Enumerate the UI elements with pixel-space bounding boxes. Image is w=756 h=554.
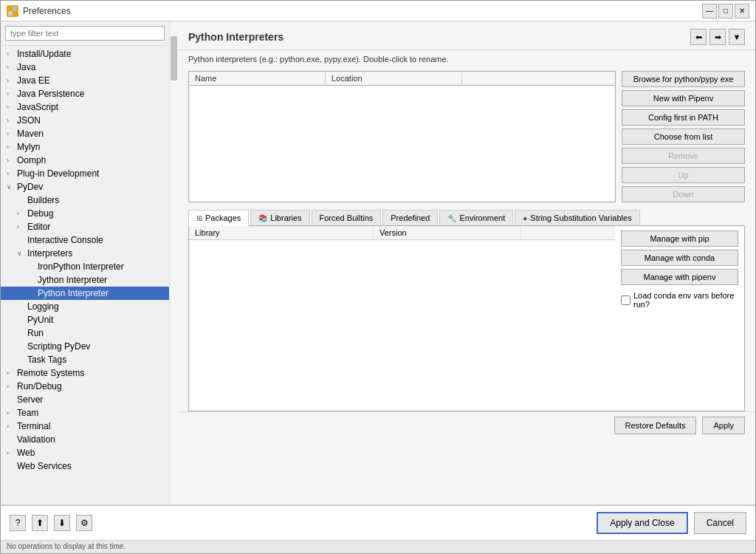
bottom-bar: Restore Defaults Apply (178, 411, 755, 439)
interpreters-table: Name Location (188, 71, 616, 202)
sidebar-item-scripting-pydev[interactable]: Scripting PyDev (1, 340, 169, 353)
sidebar-item-remote-systems[interactable]: ›Remote Systems (1, 366, 169, 380)
up-button[interactable]: Up (622, 167, 745, 183)
sidebar-item-run[interactable]: Run (1, 326, 169, 340)
panel-description: Python interpreters (e.g.: python.exe, p… (178, 50, 755, 68)
sidebar-item-maven[interactable]: ›Maven (1, 127, 169, 140)
browse-button[interactable]: Browse for python/pypy exe (622, 71, 745, 87)
conda-checkbox-area: Load conda env vars before run? (621, 291, 738, 309)
export-button[interactable]: ⬆ (32, 515, 48, 531)
panel-header: Python Interpreters ⬅ ➡ ▼ (178, 21, 755, 50)
sidebar-item-label-team: Team (17, 408, 38, 418)
window-title: Preferences (23, 6, 71, 16)
sidebar-item-java[interactable]: ›Java (1, 61, 169, 74)
tab-packages[interactable]: ⊞Packages (188, 210, 249, 226)
apply-close-button[interactable]: Apply and Close (597, 512, 687, 534)
sidebar-item-label-ironpython-interpreter: IronPython Interpreter (38, 261, 124, 272)
tab-environment[interactable]: 🔧Environment (439, 210, 513, 225)
app-icon (7, 5, 18, 17)
sidebar-item-plugin-development[interactable]: ›Plug-in Development (1, 167, 169, 180)
sidebar-item-ironpython-interpreter[interactable]: IronPython Interpreter (1, 260, 169, 273)
sidebar-item-task-tags[interactable]: Task Tags (1, 353, 169, 366)
nav-forward-button[interactable]: ➡ (709, 29, 726, 45)
sidebar-item-validation[interactable]: Validation (1, 433, 169, 446)
sidebar-item-label-web: Web (17, 448, 35, 458)
status-message: No operations to display at this time. (7, 542, 126, 550)
libraries-tab-icon: 📚 (258, 214, 267, 222)
apply-button[interactable]: Apply (702, 417, 745, 434)
sidebar-item-python-interpreter[interactable]: Python Interpreter (1, 287, 169, 300)
import-button[interactable]: ⬇ (54, 515, 70, 531)
titlebar: Preferences — □ ✕ (1, 1, 755, 21)
cancel-button[interactable]: Cancel (694, 512, 746, 534)
sidebar-item-install-update[interactable]: ›Install/Update (1, 47, 169, 61)
interpreters-buttons: Browse for python/pypy exe New with Pipe… (616, 71, 745, 202)
sidebar-item-team[interactable]: ›Team (1, 406, 169, 420)
conda-label: Load conda env vars before run? (633, 291, 738, 309)
close-button[interactable]: ✕ (735, 4, 749, 18)
down-button[interactable]: Down (622, 186, 745, 202)
new-pipenv-button[interactable]: New with Pipenv (622, 90, 745, 106)
sidebar-item-interactive-console[interactable]: Interactive Console (1, 233, 169, 247)
remove-button[interactable]: Remove (622, 148, 745, 164)
choose-list-button[interactable]: Choose from list (622, 129, 745, 145)
settings-button[interactable]: ⚙ (76, 515, 92, 531)
restore-defaults-button[interactable]: Restore Defaults (614, 417, 697, 434)
manage-conda-button[interactable]: Manage with conda (621, 250, 738, 266)
minimize-button[interactable]: — (702, 4, 717, 18)
sidebar-item-label-pyunit: PyUnit (27, 315, 53, 325)
sidebar-item-mylyn[interactable]: ›Mylyn (1, 140, 169, 154)
sidebar-item-builders[interactable]: Builders (1, 194, 169, 207)
sidebar-item-web[interactable]: ›Web (1, 446, 169, 459)
location-column-header: Location (326, 72, 462, 85)
tab-forced-builtins[interactable]: Forced Builtins (312, 210, 382, 225)
maximize-button[interactable]: □ (718, 4, 733, 18)
tab-string-substitution[interactable]: ●String Substitution Variables (515, 210, 639, 225)
sidebar-item-oomph[interactable]: ›Oomph (1, 154, 169, 167)
tab-libraries[interactable]: 📚Libraries (250, 210, 309, 225)
sidebar-item-debug[interactable]: ›Debug (1, 207, 169, 220)
svg-rect-0 (8, 7, 13, 11)
tab-predefined[interactable]: Predefined (382, 210, 438, 225)
sidebar-item-label-scripting-pydev: Scripting PyDev (27, 341, 90, 352)
manage-pip-button[interactable]: Manage with pip (621, 230, 738, 247)
config-path-button[interactable]: Config first in PATH (622, 109, 745, 126)
sidebar-item-java-persistence[interactable]: ›Java Persistence (1, 87, 169, 100)
sidebar-item-logging[interactable]: Logging (1, 300, 169, 313)
panel-title: Python Interpreters (188, 31, 284, 43)
environment-tab-icon: 🔧 (447, 214, 456, 222)
nav-menu-button[interactable]: ▼ (729, 29, 745, 45)
help-button[interactable]: ? (10, 515, 26, 531)
sidebar-item-label-mylyn: Mylyn (17, 142, 40, 152)
sidebar-item-pyunit[interactable]: PyUnit (1, 313, 169, 326)
sidebar-item-jython-interpreter[interactable]: Jython Interpreter (1, 273, 169, 287)
scroll-thumb (171, 36, 177, 81)
nav-back-button[interactable]: ⬅ (690, 29, 707, 45)
sidebar-item-pydev[interactable]: ∨PyDev (1, 180, 169, 194)
sidebar-item-label-jython-interpreter: Jython Interpreter (38, 275, 107, 285)
sidebar-item-label-java-persistence: Java Persistence (17, 89, 84, 99)
sidebar-item-java-ee[interactable]: ›Java EE (1, 74, 169, 87)
filter-input[interactable] (5, 26, 165, 41)
sidebar-item-editor[interactable]: ›Editor (1, 220, 169, 233)
sidebar-item-web-services[interactable]: Web Services (1, 459, 169, 473)
conda-checkbox[interactable] (621, 295, 630, 305)
version-column-header: Version (374, 226, 521, 239)
tabs-bar: ⊞Packages📚LibrariesForced BuiltinsPredef… (188, 210, 745, 226)
lib-table: Library Version (189, 226, 615, 411)
sidebar-scrollbar[interactable] (169, 21, 178, 505)
sidebar-item-terminal[interactable]: ›Terminal (1, 420, 169, 433)
sidebar-item-javascript[interactable]: ›JavaScript (1, 100, 169, 114)
svg-rect-1 (13, 7, 17, 11)
sidebar-item-interpreters[interactable]: ∨Interpreters (1, 247, 169, 260)
tab-label-forced-builtins: Forced Builtins (320, 213, 374, 222)
packages-tab-icon: ⊞ (196, 214, 202, 222)
main-content: ›Install/Update›Java›Java EE›Java Persis… (1, 21, 755, 505)
sidebar-item-json[interactable]: ›JSON (1, 114, 169, 127)
sidebar-tree: ›Install/Update›Java›Java EE›Java Persis… (1, 46, 169, 474)
sidebar-item-label-plugin-development: Plug-in Development (17, 168, 99, 179)
manage-pipenv-button[interactable]: Manage with pipenv (621, 269, 738, 285)
sidebar-item-run-debug[interactable]: ›Run/Debug (1, 380, 169, 393)
tab-label-predefined: Predefined (391, 213, 430, 222)
sidebar-item-server[interactable]: Server (1, 393, 169, 406)
